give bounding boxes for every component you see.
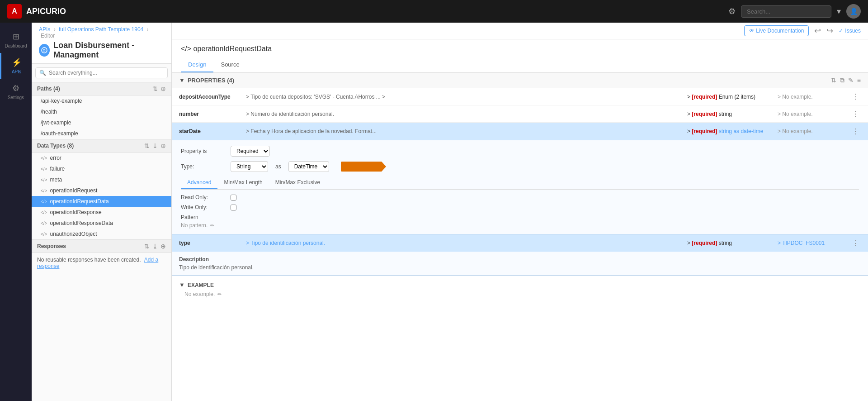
dt-sort-icon[interactable]: ⇅ [144, 142, 150, 149]
data-types-tree: </> error </> failure </> meta </> opera… [32, 153, 171, 239]
prop-type-starDate: > [required] string as date-time [687, 128, 778, 134]
pattern-edit-icon[interactable]: ✏ [210, 223, 214, 229]
search-area: 🔍 [32, 64, 171, 82]
data-types-section-label: Data Types (8) [37, 143, 144, 149]
path-item-0[interactable]: /api-key-example [32, 95, 171, 106]
api-icon: ⚙ [39, 44, 50, 57]
sidebar: ⊞ Dashboard ⚡ APIs ⚙ Settings [0, 23, 32, 401]
prop-menu-starDate[interactable]: ⋮ [850, 127, 861, 136]
property-row-number: number > Número de identificación person… [172, 105, 868, 123]
responses-empty-text: No reusable responses have been created. [37, 257, 141, 263]
search-input[interactable] [49, 70, 164, 76]
check-icon: ✓ [839, 28, 843, 34]
prop-desc-type: > Tipo de identificación personal. [242, 240, 687, 246]
type-format-select[interactable]: DateTime Date Time [288, 161, 329, 172]
dt-operationIdResponse[interactable]: </> operationIdResponse [32, 207, 171, 218]
type-row: Type: String Integer Boolean as DateTime… [181, 161, 859, 172]
property-is-row: Property is Required Optional [181, 146, 859, 157]
responses-empty: No reusable responses have been created.… [32, 253, 171, 273]
properties-header: ▼ PROPERTIES (4) ⇅ ⧉ ✎ ≡ [172, 73, 868, 88]
live-doc-label: Live Documentation [756, 28, 804, 34]
property-is-select[interactable]: Required Optional [231, 146, 270, 157]
example-collapse-icon: ▼ [179, 282, 185, 288]
dt-failure[interactable]: </> failure [32, 163, 171, 174]
dt-operationIdRequest[interactable]: </> operationIdRequest [32, 185, 171, 196]
paths-sort-icon[interactable]: ⇅ [152, 85, 158, 92]
example-text: No example. [184, 291, 215, 297]
prop-name-depositAccounType[interactable]: depositAccounType [179, 94, 242, 100]
collapse-arrow[interactable]: ▼ [179, 77, 185, 84]
issues-button[interactable]: ✓ Issues [839, 28, 861, 34]
property-row-type-expanded: type > Tipo de identificación personal. … [172, 234, 868, 276]
paths-section-label: Paths (4) [37, 86, 152, 92]
avatar[interactable]: 👤 [846, 4, 861, 19]
dropdown-icon[interactable]: ▾ [837, 6, 841, 16]
dt-operationIdResponseData[interactable]: </> operationIdResponseData [32, 218, 171, 229]
example-header[interactable]: ▼ EXAMPLE [179, 282, 861, 288]
dt-export-icon[interactable]: ⤓ [152, 142, 158, 149]
responses-section-label: Responses [37, 243, 144, 249]
prop-name-type[interactable]: type [179, 240, 242, 246]
prop-type-depositAccounType: > [required] Enum (2 items) [687, 94, 778, 100]
sidebar-item-apis[interactable]: ⚡ APIs [0, 53, 32, 79]
dt-unauthorizedObject[interactable]: </> unauthorizedObject [32, 229, 171, 239]
read-only-label: Read Only: [181, 194, 226, 200]
breadcrumb-template-link[interactable]: full Operations Path Template 1904 [59, 26, 143, 33]
property-detail-starDate: Property is Required Optional Type: Stri… [172, 140, 868, 234]
path-item-2[interactable]: /jwt-example [32, 117, 171, 128]
props-edit-icon[interactable]: ✎ [848, 76, 854, 84]
example-title: EXAMPLE [188, 282, 214, 288]
dt-meta[interactable]: </> meta [32, 174, 171, 185]
resp-add-icon[interactable]: ⊕ [160, 243, 166, 250]
sidebar-item-dashboard[interactable]: ⊞ Dashboard [0, 27, 32, 53]
tab-design[interactable]: Design [181, 57, 213, 72]
paths-add-icon[interactable]: ⊕ [160, 85, 166, 92]
prop-menu-type[interactable]: ⋮ [850, 239, 861, 248]
main-layout: ⊞ Dashboard ⚡ APIs ⚙ Settings APIs › ful… [0, 23, 868, 401]
paths-section-header[interactable]: Paths (4) ⇅ ⊕ [32, 82, 171, 95]
responses-section-header[interactable]: Responses ⇅ ⤓ ⊕ [32, 239, 171, 253]
logo: A APICURIO [7, 4, 66, 19]
read-only-row: Read Only: [181, 194, 859, 200]
sidebar-label-settings: Settings [8, 95, 24, 100]
type-base-select[interactable]: String Integer Boolean [231, 161, 268, 172]
breadcrumb-apis-link[interactable]: APIs [39, 26, 50, 33]
path-item-1[interactable]: /health [32, 106, 171, 117]
read-only-checkbox[interactable] [231, 195, 236, 200]
dashboard-icon: ⊞ [13, 32, 19, 42]
redo-icon[interactable]: ↪ [826, 26, 833, 36]
logo-text: APICURIO [26, 7, 66, 16]
path-item-3[interactable]: /oauth-example [32, 128, 171, 139]
prop-menu-number[interactable]: ⋮ [850, 110, 861, 118]
properties-title: PROPERTIES (4) [188, 77, 831, 84]
apis-icon: ⚡ [12, 57, 22, 67]
props-settings-icon[interactable]: ≡ [857, 76, 861, 84]
live-doc-button[interactable]: 👁 Live Documentation [744, 25, 809, 36]
gear-icon[interactable]: ⚙ [728, 6, 736, 16]
breadcrumb-editor: Editor [41, 33, 55, 39]
prop-example-type: > TIPDOC_FS0001 [778, 240, 850, 246]
data-types-section-header[interactable]: Data Types (8) ⇅ ⤓ ⊕ [32, 139, 171, 153]
props-sort-icon[interactable]: ⇅ [831, 76, 836, 84]
top-search-input[interactable] [741, 5, 831, 18]
example-edit-icon[interactable]: ✏ [217, 291, 222, 297]
inner-tab-advanced[interactable]: Advanced [181, 177, 217, 189]
content-body: ▼ PROPERTIES (4) ⇅ ⧉ ✎ ≡ depositAccounTy… [172, 73, 868, 401]
dt-error[interactable]: </> error [32, 153, 171, 163]
sidebar-item-settings[interactable]: ⚙ Settings [0, 79, 32, 105]
undo-icon[interactable]: ↩ [814, 26, 821, 36]
inner-tab-minmax-length[interactable]: Min/Max Length [217, 177, 269, 189]
prop-desc-depositAccounType: > Tipo de cuenta depositos: 'SVGS' - Cue… [242, 94, 687, 100]
dt-add-icon[interactable]: ⊕ [160, 142, 166, 149]
tab-source[interactable]: Source [213, 57, 246, 72]
write-only-checkbox[interactable] [231, 205, 236, 210]
page-header: APIs › full Operations Path Template 190… [32, 23, 171, 64]
dt-operationIdRequestData[interactable]: </> operationIdRequestData [32, 196, 171, 207]
inner-tab-minmax-exclusive[interactable]: Min/Max Exclusive [269, 177, 326, 189]
prop-menu-depositAccounType[interactable]: ⋮ [850, 92, 861, 101]
props-copy-icon[interactable]: ⧉ [840, 76, 844, 84]
prop-name-number[interactable]: number [179, 111, 242, 117]
prop-name-starDate[interactable]: starDate [179, 128, 242, 134]
resp-export-icon[interactable]: ⤓ [152, 243, 158, 250]
resp-sort-icon[interactable]: ⇅ [144, 243, 150, 250]
